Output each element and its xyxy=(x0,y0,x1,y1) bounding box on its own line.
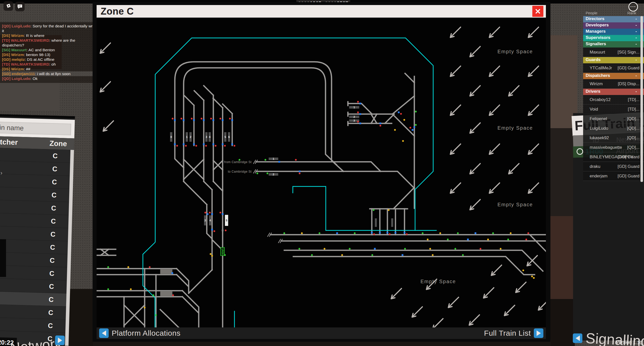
berth-marker[interactable] xyxy=(299,171,301,172)
berth-marker[interactable] xyxy=(371,232,373,234)
more-options-icon[interactable]: ··· xyxy=(628,2,638,12)
signal-green[interactable] xyxy=(462,254,464,256)
signal-red[interactable] xyxy=(209,212,211,214)
player-category-row[interactable]: Guards- xyxy=(583,57,644,63)
signal-green[interactable] xyxy=(257,173,258,174)
berth-marker[interactable] xyxy=(414,126,415,128)
berth-marker[interactable] xyxy=(231,143,233,145)
signal-red[interactable] xyxy=(380,125,381,127)
signal-yellow[interactable] xyxy=(522,270,524,271)
berth-marker[interactable] xyxy=(231,119,233,121)
signal-red[interactable] xyxy=(299,173,301,174)
player-row[interactable]: Void[TD]... xyxy=(583,105,644,114)
player-list-scrollbar[interactable] xyxy=(640,16,643,182)
dispatcher-zone-row[interactable]: C xyxy=(0,200,69,215)
dispatcher-zone-row[interactable]: C xyxy=(0,317,66,333)
berth-marker[interactable] xyxy=(207,213,209,215)
signal-green[interactable] xyxy=(507,239,509,240)
signal-red[interactable] xyxy=(201,118,203,120)
player-category-row[interactable]: Managers- xyxy=(583,29,644,35)
berth-marker[interactable] xyxy=(222,213,224,215)
signal-green[interactable] xyxy=(265,159,266,161)
berth-marker[interactable] xyxy=(336,232,338,234)
dispatcher-zone-row[interactable]: C xyxy=(0,160,70,176)
berth-marker[interactable] xyxy=(193,143,195,145)
berth-marker[interactable] xyxy=(174,119,176,121)
signal-yellow[interactable] xyxy=(487,239,489,240)
signal-red[interactable] xyxy=(191,118,193,120)
dispatcher-zone-row[interactable]: C xyxy=(0,265,67,280)
player-category-row[interactable]: Supervisors- xyxy=(583,35,644,41)
player-row[interactable]: LuigiLudo[QD]... xyxy=(583,124,644,133)
platform-allocations-button[interactable] xyxy=(99,328,109,338)
signal-yellow[interactable] xyxy=(144,307,146,309)
roblox-menu-button[interactable] xyxy=(4,1,13,11)
player-row[interactable]: massivebaguette[QD]... xyxy=(583,143,644,152)
signal-red[interactable] xyxy=(185,145,187,147)
full-train-list-button[interactable] xyxy=(534,328,543,338)
signal-yellow[interactable] xyxy=(324,248,326,250)
berth-marker[interactable] xyxy=(467,239,469,240)
berth-marker[interactable] xyxy=(359,123,361,124)
signal-green[interactable] xyxy=(354,232,356,234)
signal-red[interactable] xyxy=(389,233,391,235)
signal-red[interactable] xyxy=(526,239,527,240)
close-button[interactable]: ✕ xyxy=(532,6,543,17)
player-category-row[interactable]: Directors- xyxy=(583,16,644,22)
berth-marker[interactable] xyxy=(412,129,414,131)
dispatcher-zone-row[interactable]: C xyxy=(0,186,69,202)
berth-marker[interactable] xyxy=(222,119,224,121)
signal-red[interactable] xyxy=(210,118,212,120)
player-list[interactable]: People Rank Directors-Developers-Manager… xyxy=(583,10,644,184)
dispatcher-zone-row[interactable]: C xyxy=(0,213,69,228)
player-row[interactable]: enderjam[GD] Guard xyxy=(583,171,644,181)
signal-yellow[interactable] xyxy=(210,253,212,255)
signal-yellow[interactable] xyxy=(130,288,132,290)
signal-yellow[interactable] xyxy=(211,255,213,257)
dispatcher-zone-row[interactable]: C xyxy=(0,226,68,241)
signal-green[interactable] xyxy=(349,248,351,250)
signal-yellow[interactable] xyxy=(533,277,535,279)
signal-red[interactable] xyxy=(528,232,529,234)
signal-red[interactable] xyxy=(406,233,408,235)
chat-log[interactable]: [QD] LuigiLudo: Sorry for the dead I acc… xyxy=(0,22,100,83)
player-row[interactable]: Felipenel[QD]... xyxy=(583,114,644,124)
berth-marker[interactable] xyxy=(475,232,476,234)
signal-green[interactable] xyxy=(107,288,109,290)
signal-red[interactable] xyxy=(214,230,215,232)
track-diagram-canvas[interactable]: 0123456345123121R00Empty SpaceEmpty Spac… xyxy=(97,19,546,327)
signal-red[interactable] xyxy=(295,159,297,161)
signal-red[interactable] xyxy=(215,145,217,147)
signal-yellow[interactable] xyxy=(394,129,396,131)
player-category-row[interactable]: Dispatchers- xyxy=(583,73,644,79)
signal-yellow[interactable] xyxy=(341,254,343,256)
signal-red[interactable] xyxy=(220,118,221,120)
signal-green[interactable] xyxy=(455,248,456,250)
signal-yellow[interactable] xyxy=(301,232,303,234)
signal-red[interactable] xyxy=(181,118,182,120)
signal-yellow[interactable] xyxy=(128,266,129,268)
player-row[interactable]: Wirizm[DS] Disp... xyxy=(583,79,644,89)
signalling-back-button[interactable] xyxy=(573,333,582,343)
berth-marker[interactable] xyxy=(174,143,176,145)
dispatcher-zone-row[interactable]: C xyxy=(0,252,67,267)
signal-green[interactable] xyxy=(155,314,157,316)
berth-marker[interactable] xyxy=(203,119,205,121)
signal-yellow[interactable] xyxy=(510,232,512,234)
signal-yellow[interactable] xyxy=(404,119,405,121)
signal-green[interactable] xyxy=(415,124,417,126)
berth-marker[interactable] xyxy=(374,248,376,250)
signal-red[interactable] xyxy=(410,127,411,129)
signal-red[interactable] xyxy=(172,294,174,296)
berth-marker[interactable] xyxy=(211,229,213,231)
berth-marker[interactable] xyxy=(213,143,214,145)
signal-green[interactable] xyxy=(492,232,494,234)
berth-marker[interactable] xyxy=(172,272,173,274)
dispatcher-zone-row[interactable]: C xyxy=(0,304,66,320)
signal-green[interactable] xyxy=(447,239,449,240)
berth-marker[interactable] xyxy=(203,143,205,145)
train-name-search-input[interactable]: Train name xyxy=(0,121,71,135)
berth-marker[interactable] xyxy=(278,161,280,163)
signal-yellow[interactable] xyxy=(402,140,404,142)
berth-marker[interactable] xyxy=(379,232,381,234)
